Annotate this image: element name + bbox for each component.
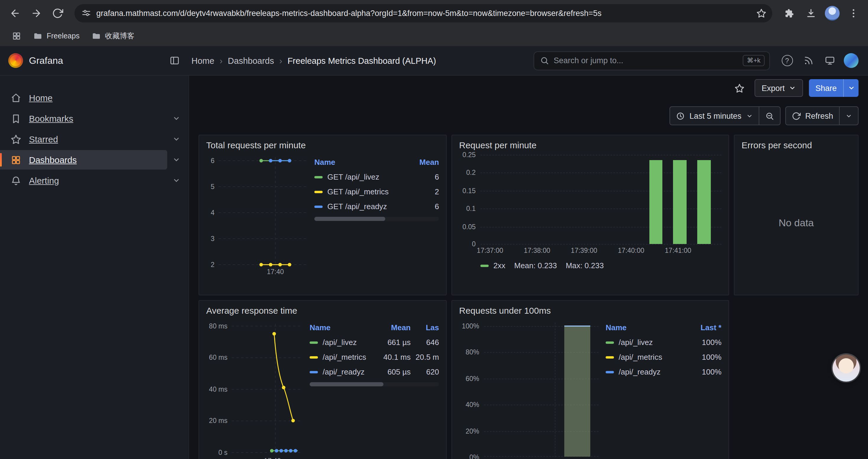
export-button[interactable]: Export [754, 79, 803, 97]
search-box[interactable]: ⌘+k [533, 51, 770, 70]
legend-col-name[interactable]: Name [606, 323, 627, 332]
reload-button[interactable] [47, 3, 67, 23]
legend-col-last[interactable]: Las [415, 323, 439, 332]
sidebar-item-label: Starred [29, 134, 58, 144]
series-marker [314, 176, 322, 178]
legend-item-2xx[interactable]: 2xx [480, 261, 505, 270]
browser-profile-avatar [825, 6, 839, 21]
search-icon [540, 56, 549, 65]
sidebar-item-label: Bookmarks [29, 113, 73, 124]
sidebar-item-label: Home [29, 93, 53, 103]
line-chart[interactable]: 80 ms 60 ms 40 ms 20 ms 0 s [206, 320, 303, 457]
scrollbar-thumb[interactable] [314, 217, 385, 221]
legend-scrollbar[interactable] [314, 217, 439, 221]
breadcrumb-current: Freeleaps Metrics Dashboard (ALPHA) [287, 56, 436, 65]
legend-row[interactable]: /api/_readyz 605 µs 620 [310, 364, 439, 379]
expand-bookmarks-button[interactable] [167, 109, 185, 127]
favorite-dashboard-button[interactable] [731, 79, 749, 97]
panel-title[interactable]: Average response time [206, 305, 439, 316]
back-button[interactable] [5, 3, 25, 23]
series-marker [310, 341, 318, 343]
chevron-down-icon [746, 112, 752, 119]
legend-row[interactable]: /api/_readyz 100% [606, 364, 721, 379]
series-marker [606, 356, 614, 358]
sidebar-item-home[interactable]: Home [0, 88, 185, 107]
sidebar-item-starred[interactable]: Starred [0, 129, 167, 149]
legend: 2xx Mean: 0.233 Max: 0.233 [480, 261, 721, 270]
legend-scrollbar[interactable] [310, 382, 439, 386]
sidebar-item-bookmarks[interactable]: Bookmarks [0, 109, 167, 128]
legend-col-last[interactable]: Last * [693, 323, 721, 332]
x-axis-labels: 17:40 [219, 268, 307, 277]
expand-starred-button[interactable] [167, 130, 185, 148]
legend-col-name[interactable]: Name [310, 323, 331, 332]
scrollbar-thumb[interactable] [310, 382, 383, 386]
expand-alerting-button[interactable] [167, 172, 185, 189]
time-range-button[interactable]: Last 5 minutes [670, 107, 759, 125]
legend-col-mean[interactable]: Mean [420, 158, 439, 167]
apps-grid-icon [12, 31, 21, 41]
legend-row[interactable]: /api/_livez 661 µs 646 [310, 335, 439, 350]
x-axis-labels: 17:37:00 17:38:00 17:39:00 17:40:00 17:4… [480, 247, 721, 256]
legend-row[interactable]: /api/_metrics 100% [606, 350, 721, 364]
y-axis-labels: 100% 80% 60% 40% 20% 0% [459, 320, 480, 457]
bookmark-star-icon[interactable] [753, 5, 769, 21]
legend-row[interactable]: /api/_metrics 40.1 ms 20.5 m [310, 350, 439, 364]
assistant-avatar[interactable] [833, 355, 860, 382]
time-range-label: Last 5 minutes [689, 111, 742, 120]
sidebar-item-alerting[interactable]: Alerting [0, 171, 167, 190]
line-chart[interactable]: 6 5 4 3 2 [206, 155, 307, 291]
export-label: Export [762, 84, 785, 93]
legend-row[interactable]: GET /api/_livez 6 [314, 169, 439, 184]
news-button[interactable] [800, 52, 817, 69]
search-input[interactable] [554, 56, 738, 65]
grafana-logo[interactable] [8, 53, 23, 68]
user-profile-button[interactable] [842, 52, 860, 69]
forward-icon [30, 7, 42, 19]
bar-chart[interactable]: 0.25 0.2 0.15 0.1 0.05 0 [459, 155, 721, 244]
share-menu-button[interactable] [843, 79, 859, 97]
panel-avg-response-time: Average response time 80 ms 60 ms 40 ms … [198, 300, 447, 459]
refresh-button[interactable]: Refresh [785, 107, 839, 125]
panel-title[interactable]: Total requests per minute [206, 140, 439, 150]
dock-panel-icon [169, 56, 179, 66]
panel-title[interactable]: Request per minute [459, 140, 721, 150]
bookmark-folder-freeleaps[interactable]: Freeleaps [28, 28, 84, 44]
browser-menu-button[interactable] [843, 3, 863, 23]
downloads-button[interactable] [801, 3, 821, 23]
breadcrumb-home[interactable]: Home [191, 56, 214, 65]
expand-dashboards-button[interactable] [167, 151, 185, 169]
extensions-button[interactable] [779, 3, 800, 23]
panel-title[interactable]: Requests under 100ms [459, 305, 721, 316]
forward-button[interactable] [26, 3, 46, 23]
browser-profile-button[interactable] [822, 3, 842, 23]
grafana-header: Grafana Home › Dashboards › Freeleaps Me… [0, 46, 868, 76]
help-button[interactable]: ? [778, 52, 796, 69]
bar-2xx [649, 160, 663, 244]
legend-table: Name Last * /api/_livez 100% [606, 320, 721, 457]
legend-row[interactable]: /api/_livez 100% [606, 335, 721, 350]
legend-row[interactable]: GET /api/_metrics 2 [314, 184, 439, 199]
kiosk-mode-button[interactable] [821, 52, 838, 69]
bookmark-folder-blogs[interactable]: 收藏博客 [87, 28, 139, 44]
sidebar-item-dashboards[interactable]: Dashboards [0, 150, 167, 169]
bar-chart[interactable]: 100% 80% 60% 40% 20% 0% [459, 320, 598, 457]
breadcrumb-dashboards[interactable]: Dashboards [228, 56, 274, 65]
panel-title[interactable]: Errors per second [742, 140, 851, 150]
legend-col-name[interactable]: Name [314, 158, 335, 167]
dock-menu-button[interactable] [165, 52, 183, 69]
zoom-out-button[interactable] [758, 107, 780, 125]
sidebar-row-alerting: Alerting [0, 170, 185, 191]
legend-row[interactable]: GET /api/_readyz 6 [314, 199, 439, 214]
refresh-interval-button[interactable] [839, 107, 858, 125]
legend-col-mean[interactable]: Mean [372, 323, 411, 332]
sidebar-row-home: Home [0, 88, 185, 108]
breadcrumb-separator: › [279, 56, 282, 65]
series-marker [314, 205, 322, 208]
apps-grid-button[interactable] [7, 28, 26, 44]
share-button[interactable]: Share [809, 79, 843, 97]
legend-header: Name Mean [314, 155, 439, 169]
url-bar[interactable]: grafana.mathmast.com/d/deytv4rwavabkb/fr… [74, 4, 772, 22]
url-text: grafana.mathmast.com/d/deytv4rwavabkb/fr… [96, 8, 748, 18]
site-settings-icon[interactable] [82, 8, 91, 18]
